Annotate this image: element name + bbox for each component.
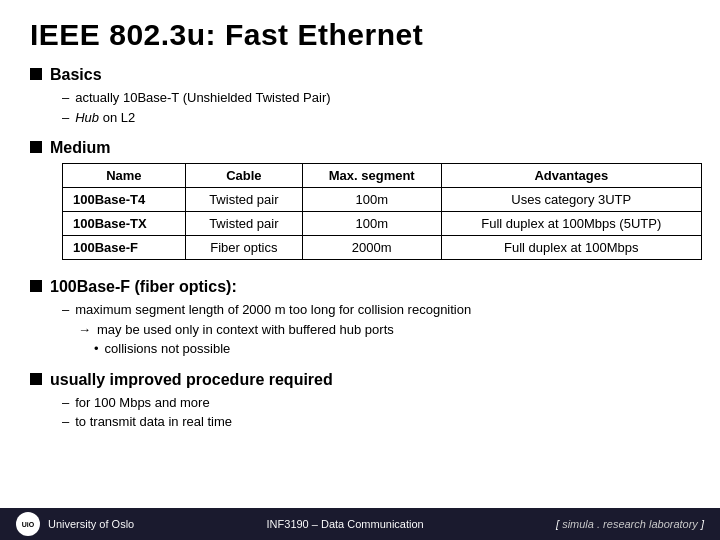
row3-segment: 2000m: [302, 236, 441, 260]
procedure-sub-1-text: for 100 Mbps and more: [75, 393, 209, 413]
row2-segment: 100m: [302, 212, 441, 236]
bullet-icon-medium: [30, 141, 42, 153]
section-title-procedure: usually improved procedure required: [50, 371, 333, 389]
fiber-dot-1-text: collisions not possible: [105, 339, 231, 359]
procedure-sub-1: – for 100 Mbps and more: [62, 393, 690, 413]
uio-logo: UiO: [16, 512, 40, 536]
fiber-arrow-1: → may be used only in context with buffe…: [78, 320, 690, 340]
slide-title: IEEE 802.3u: Fast Ethernet: [30, 18, 690, 52]
section-procedure: usually improved procedure required – fo…: [30, 371, 690, 432]
bullet-icon-procedure: [30, 373, 42, 385]
table-row: 100Base-F Fiber optics 2000m Full duplex…: [63, 236, 702, 260]
dash-icon-proc-1: –: [62, 393, 69, 413]
fiber-sub-1: – maximum segment length of 2000 m too l…: [62, 300, 690, 320]
table-row: 100Base-T4 Twisted pair 100m Uses catego…: [63, 188, 702, 212]
section-title-basics: Basics: [50, 66, 102, 84]
row3-cable: Fiber optics: [185, 236, 302, 260]
fiber-dot-1: • collisions not possible: [94, 339, 690, 359]
section-header-medium: Medium: [30, 139, 690, 157]
section-fiber: 100Base-F (fiber optics): – maximum segm…: [30, 278, 690, 359]
fiber-arrow-1-text: may be used only in context with buffere…: [97, 320, 394, 340]
row3-advantages: Full duplex at 100Mbps: [441, 236, 701, 260]
section-title-fiber: 100Base-F (fiber optics):: [50, 278, 237, 296]
procedure-sub-2-text: to transmit data in real time: [75, 412, 232, 432]
row2-name: 100Base-TX: [63, 212, 186, 236]
dash-icon-proc-2: –: [62, 412, 69, 432]
simula-bracket-close: ]: [701, 518, 704, 530]
dot-icon: •: [94, 339, 99, 359]
dash-icon-fiber: –: [62, 300, 69, 320]
bullet-icon-basics: [30, 68, 42, 80]
arrow-icon: →: [78, 320, 91, 340]
row1-name: 100Base-T4: [63, 188, 186, 212]
medium-table-container: Name Cable Max. segment Advantages 100Ba…: [62, 163, 690, 260]
section-basics: Basics – actually 10Base-T (Unshielded T…: [30, 66, 690, 127]
col-cable: Cable: [185, 164, 302, 188]
dash-icon-2: –: [62, 108, 69, 128]
table-row: 100Base-TX Twisted pair 100m Full duplex…: [63, 212, 702, 236]
col-advantages: Advantages: [441, 164, 701, 188]
row3-name: 100Base-F: [63, 236, 186, 260]
row1-advantages: Uses category 3UTP: [441, 188, 701, 212]
section-header-basics: Basics: [30, 66, 690, 84]
section-header-fiber: 100Base-F (fiber optics):: [30, 278, 690, 296]
basics-sub-1: – actually 10Base-T (Unshielded Twisted …: [62, 88, 690, 108]
row2-advantages: Full duplex at 100Mbps (5UTP): [441, 212, 701, 236]
simula-bracket-open: [: [556, 518, 559, 530]
fiber-sub-1-text: maximum segment length of 2000 m too lon…: [75, 300, 471, 320]
medium-table: Name Cable Max. segment Advantages 100Ba…: [62, 163, 702, 260]
bullet-icon-fiber: [30, 280, 42, 292]
footer-university: University of Oslo: [48, 518, 134, 530]
row1-segment: 100m: [302, 188, 441, 212]
col-name: Name: [63, 164, 186, 188]
section-header-procedure: usually improved procedure required: [30, 371, 690, 389]
procedure-sub-2: – to transmit data in real time: [62, 412, 690, 432]
dash-icon: –: [62, 88, 69, 108]
footer-course: INF3190 – Data Communication: [267, 518, 424, 530]
row1-cable: Twisted pair: [185, 188, 302, 212]
footer: UiO University of Oslo INF3190 – Data Co…: [0, 508, 720, 540]
basics-sub-2: – Hub on L2: [62, 108, 690, 128]
basics-sub-2-text: Hub on L2: [75, 108, 135, 128]
footer-lab: [ simula . research laboratory ]: [556, 518, 704, 530]
col-max-segment: Max. segment: [302, 164, 441, 188]
slide: IEEE 802.3u: Fast Ethernet Basics – actu…: [0, 0, 720, 540]
section-title-medium: Medium: [50, 139, 110, 157]
basics-sub-1-text: actually 10Base-T (Unshielded Twisted Pa…: [75, 88, 330, 108]
row2-cable: Twisted pair: [185, 212, 302, 236]
footer-left: UiO University of Oslo: [16, 512, 134, 536]
section-medium: Medium Name Cable Max. segment Advantage…: [30, 139, 690, 266]
table-header-row: Name Cable Max. segment Advantages: [63, 164, 702, 188]
